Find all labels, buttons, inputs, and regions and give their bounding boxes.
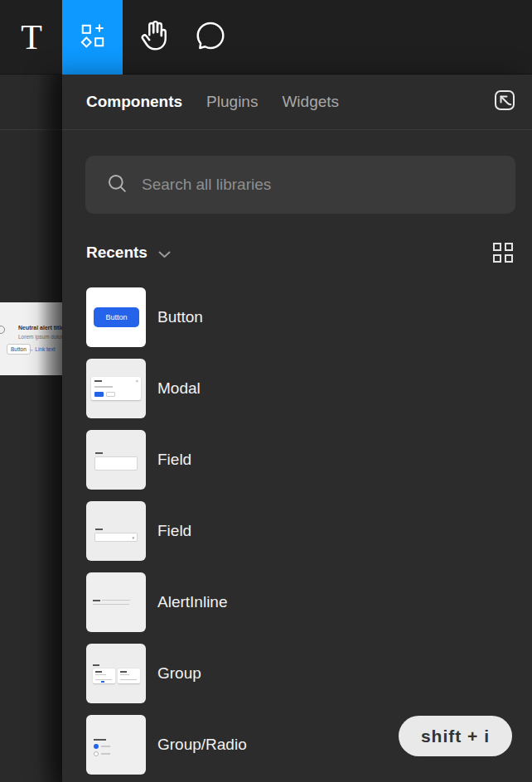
component-label: Group/Radio <box>157 736 247 754</box>
grid-square <box>493 254 501 263</box>
component-list: Button Button × Modal <box>86 287 247 775</box>
hand-tool-button[interactable] <box>131 0 177 75</box>
preview-text-line <box>95 671 102 673</box>
grid-view-icon[interactable] <box>491 241 515 264</box>
preview-text-line <box>101 746 110 747</box>
list-item-alertinline[interactable]: AlertInline <box>86 572 247 632</box>
thumbnail-group <box>86 644 146 703</box>
canvas-area[interactable]: Neutral alert title Lorem ipsum dolor am… <box>0 75 62 782</box>
preview-accent-dot <box>101 681 104 683</box>
preview-button: Button <box>94 307 139 327</box>
preview-caret-icon: ▾ <box>132 535 134 540</box>
component-label: Group <box>157 664 201 683</box>
component-label: Field <box>157 522 191 540</box>
figma-window: Neutral alert title Lorem ipsum dolor am… <box>0 0 532 782</box>
preview-text-line <box>93 600 100 601</box>
search-input[interactable] <box>140 175 502 195</box>
grid-square <box>505 254 513 263</box>
preview-text-line <box>120 679 137 680</box>
insert-panel: Components Plugins Widgets <box>62 75 532 782</box>
list-item-modal[interactable]: × Modal <box>86 359 247 418</box>
preview-text-line <box>95 674 106 675</box>
search-icon <box>106 172 128 198</box>
panel-drop-shadow <box>37 75 62 782</box>
shortcut-badge: shift + i <box>399 716 512 756</box>
comment-bubble-icon <box>194 19 227 56</box>
tab-plugins[interactable]: Plugins <box>206 93 258 111</box>
preview-text-line <box>102 600 130 601</box>
toolbar: T <box>0 0 532 75</box>
list-item-group-radio[interactable]: Group/Radio <box>86 715 247 775</box>
chevron-down-icon[interactable] <box>158 247 171 262</box>
thumbnail-group-radio <box>86 715 146 775</box>
preview-field-label <box>95 452 103 454</box>
components-tool-button[interactable] <box>62 0 123 75</box>
panel-tabs: Components Plugins Widgets <box>62 75 532 130</box>
preview-radio-unselected <box>94 751 99 756</box>
preview-text-line <box>120 671 127 673</box>
search-box[interactable] <box>85 156 515 214</box>
component-label: AlertInline <box>157 593 228 611</box>
alert-button[interactable]: Button <box>7 344 31 355</box>
preview-select: ▾ <box>94 533 138 542</box>
thumbnail-field-select: ▾ <box>86 501 146 561</box>
preview-text-line <box>94 380 102 382</box>
tab-components[interactable]: Components <box>86 93 182 111</box>
thumbnail-modal: × <box>86 359 146 418</box>
component-label: Field <box>157 451 191 469</box>
thumbnail-button: Button <box>86 287 146 347</box>
component-label: Button <box>157 308 203 326</box>
preview-text-line <box>94 386 113 388</box>
list-item-field[interactable]: Field <box>86 430 247 490</box>
preview-radio-selected <box>94 744 99 749</box>
components-icon <box>79 22 107 53</box>
thumbnail-alertinline <box>86 572 146 632</box>
popout-window-button[interactable] <box>487 84 522 119</box>
component-label: Modal <box>157 379 201 398</box>
list-item-group[interactable]: Group <box>86 644 247 703</box>
list-item-field-select[interactable]: ▾ Field <box>86 501 247 561</box>
hand-icon <box>138 19 171 56</box>
preview-text-line <box>93 604 129 605</box>
preview-secondary-button <box>106 392 115 397</box>
tab-widgets[interactable]: Widgets <box>282 93 339 111</box>
grid-square <box>505 243 513 251</box>
preview-text-line <box>101 753 110 755</box>
preview-card <box>93 669 115 683</box>
recents-dropdown-label[interactable]: Recents <box>86 244 148 262</box>
recents-header: Recents <box>62 228 532 278</box>
text-tool-icon: T <box>21 20 42 55</box>
thumbnail-field <box>86 430 146 490</box>
preview-text-line <box>95 679 112 680</box>
preview-group-label <box>94 739 106 741</box>
grid-square <box>493 243 501 251</box>
preview-modal-card: × <box>91 377 141 400</box>
popout-window-icon <box>491 87 518 117</box>
preview-text-line <box>93 664 99 666</box>
preview-input <box>94 456 138 471</box>
list-item-button[interactable]: Button Button <box>86 287 247 347</box>
preview-field-label <box>95 529 103 530</box>
preview-text-line <box>120 674 129 675</box>
comment-tool-button[interactable] <box>187 0 234 75</box>
text-tool-button[interactable]: T <box>10 0 53 75</box>
preview-card <box>118 669 140 683</box>
info-icon <box>0 326 5 334</box>
preview-close-icon: × <box>135 379 138 384</box>
preview-primary-button <box>94 392 104 397</box>
